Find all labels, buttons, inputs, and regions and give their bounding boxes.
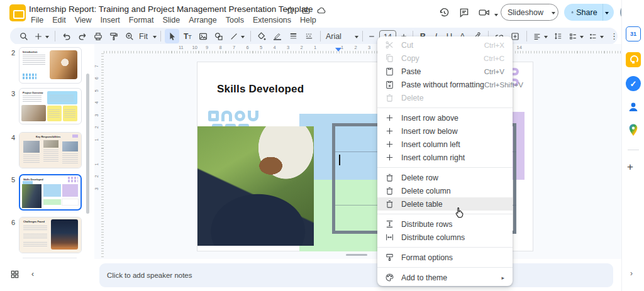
slideshow-button[interactable]: Slideshow <box>501 4 558 21</box>
menubar-item-edit[interactable]: Edit <box>48 14 70 26</box>
menubar-item-tools[interactable]: Tools <box>221 14 248 26</box>
context-menu-item-insert-column-right[interactable]: Insert column right <box>377 151 513 164</box>
menu-item-shortcut: Ctrl+X <box>484 41 504 49</box>
border-weight-icon[interactable] <box>286 29 301 43</box>
plus-icon <box>385 140 394 149</box>
insert-image-icon[interactable] <box>196 29 211 43</box>
collapse-filmstrip-icon[interactable]: ‹ <box>31 270 34 278</box>
ruler-number: 6 <box>94 77 99 79</box>
format-options-icon <box>385 253 394 262</box>
maps-icon[interactable] <box>626 123 641 138</box>
meet-camera-icon[interactable] <box>478 7 492 19</box>
horizontal-scrollbar[interactable] <box>346 254 367 256</box>
comments-icon[interactable] <box>458 7 472 19</box>
redo-icon[interactable] <box>75 29 89 43</box>
menubar-item-format[interactable]: Format <box>125 14 158 26</box>
menu-item-label: Add to theme <box>401 273 501 282</box>
more-options-icon[interactable]: ⋮ <box>607 29 621 43</box>
menubar-item-slide[interactable]: Slide <box>158 14 184 26</box>
menu-item-label: Distribute columns <box>401 233 504 242</box>
expand-panel-icon[interactable]: › <box>630 269 633 278</box>
border-dash-icon[interactable] <box>302 29 316 43</box>
context-menu-item-delete-table[interactable]: Delete table <box>377 197 513 211</box>
slide-thumbnail-6[interactable]: Challenges Faced <box>19 217 82 253</box>
context-menu-item-insert-row-above[interactable]: Insert row above <box>377 111 513 124</box>
menu-item-label: Insert column left <box>401 140 504 149</box>
contacts-icon[interactable] <box>626 99 641 114</box>
side-panel: 31 ✓ + › <box>621 0 644 291</box>
slide-thumbnail-5[interactable]: Skills Developed <box>19 174 82 211</box>
share-caret-icon[interactable] <box>605 12 609 16</box>
context-menu-item-paste-without-formatting[interactable]: Paste without formattingCtrl+Shift+V <box>377 78 513 91</box>
border-color-icon[interactable] <box>270 32 285 41</box>
menubar-item-file[interactable]: File <box>26 14 48 26</box>
toolbar: Fit TT Arial 14 B I U A ⋮ <box>10 28 618 45</box>
print-icon[interactable] <box>91 29 105 43</box>
context-menu-item-delete-row[interactable]: Delete row <box>377 171 513 184</box>
text-box-icon[interactable]: TT <box>180 29 195 43</box>
slide-thumbnail-2[interactable]: Introduction <box>19 47 82 84</box>
google-slides-logo-icon[interactable] <box>9 4 26 21</box>
new-slide-button[interactable] <box>32 29 51 43</box>
context-menu-item-paste[interactable]: PasteCtrl+V <box>377 65 513 78</box>
ruler-number: 4 <box>274 45 276 50</box>
search-menus-icon[interactable] <box>16 29 31 43</box>
insert-line-icon[interactable] <box>228 29 247 43</box>
document-title[interactable]: Internship Report: Training and Project … <box>29 4 313 14</box>
slide-title[interactable]: Skills Developed <box>217 83 304 96</box>
fill-color-icon[interactable] <box>255 29 269 43</box>
context-menu-item-insert-row-below[interactable]: Insert row below <box>377 124 513 138</box>
cloud-status-icon[interactable] <box>316 5 327 15</box>
move-to-folder-icon[interactable] <box>300 5 311 15</box>
font-family-caret-icon[interactable] <box>355 36 358 40</box>
context-menu-item-add-to-theme[interactable]: Add to theme▸ <box>377 271 513 284</box>
ruler-number: 5 <box>260 45 262 50</box>
ruler-cursor-marker[interactable] <box>335 48 341 55</box>
zoom-select[interactable]: Fit <box>138 32 149 41</box>
star-icon[interactable] <box>284 5 296 15</box>
zoom-caret-icon[interactable] <box>153 36 157 40</box>
share-button[interactable]: Share <box>564 4 614 21</box>
menubar-item-arrange[interactable]: Arrange <box>184 14 221 26</box>
numbered-list-icon[interactable] <box>587 29 606 43</box>
menubar-item-help[interactable]: Help <box>296 14 321 26</box>
select-tool-icon[interactable] <box>165 29 179 43</box>
context-menu-item-distribute-columns[interactable]: Distribute columns <box>377 231 513 244</box>
insert-shape-icon[interactable] <box>212 29 226 43</box>
paint-format-icon[interactable] <box>106 29 121 43</box>
get-add-ons-icon[interactable]: + <box>627 161 633 173</box>
menu-item-label: Insert row above <box>401 114 504 123</box>
slideshow-caret-icon[interactable] <box>552 12 555 16</box>
version-history-icon[interactable] <box>438 7 452 19</box>
menubar-item-insert[interactable]: Insert <box>96 14 125 26</box>
slide-thumbnail-4[interactable]: Key Responsibilities <box>19 132 82 168</box>
font-family-select[interactable]: Arial <box>325 32 351 41</box>
slide-photo-two-men[interactable] <box>197 126 314 246</box>
paste-icon <box>385 67 394 76</box>
ruler-number: 5 <box>94 89 99 92</box>
calendar-icon[interactable]: 31 <box>626 26 641 41</box>
menu-item-label: Distribute rows <box>401 220 504 229</box>
slide-thumbnail-3[interactable]: Project Overview <box>19 88 82 124</box>
context-menu-item-delete-column[interactable]: Delete column <box>377 184 513 197</box>
context-menu-item-insert-column-left[interactable]: Insert column left <box>377 138 513 151</box>
distribute-rows-icon <box>385 219 394 229</box>
checklist-icon[interactable] <box>567 29 586 43</box>
filmstrip-scrollbar[interactable] <box>86 74 89 214</box>
menubar-item-view[interactable]: View <box>70 14 96 26</box>
line-spacing-icon[interactable] <box>551 29 565 43</box>
context-menu-item-format-options[interactable]: Format options <box>377 251 513 264</box>
undo-icon[interactable] <box>59 29 74 43</box>
align-icon[interactable] <box>531 29 550 43</box>
context-menu-item-distribute-rows[interactable]: Distribute rows <box>377 217 513 231</box>
speaker-notes-input[interactable]: Click to add speaker notes <box>99 263 613 287</box>
grid-view-icon[interactable] <box>10 270 19 282</box>
tasks-icon[interactable]: ✓ <box>626 76 641 91</box>
zoom-icon[interactable] <box>122 29 136 43</box>
camera-caret-icon[interactable] <box>494 14 498 18</box>
slide-number: 4 <box>5 134 15 141</box>
keep-icon[interactable] <box>626 52 641 67</box>
toolbar-divider <box>160 31 161 41</box>
menubar-item-extensions[interactable]: Extensions <box>248 14 296 26</box>
decrease-font-size-icon[interactable] <box>367 29 377 43</box>
